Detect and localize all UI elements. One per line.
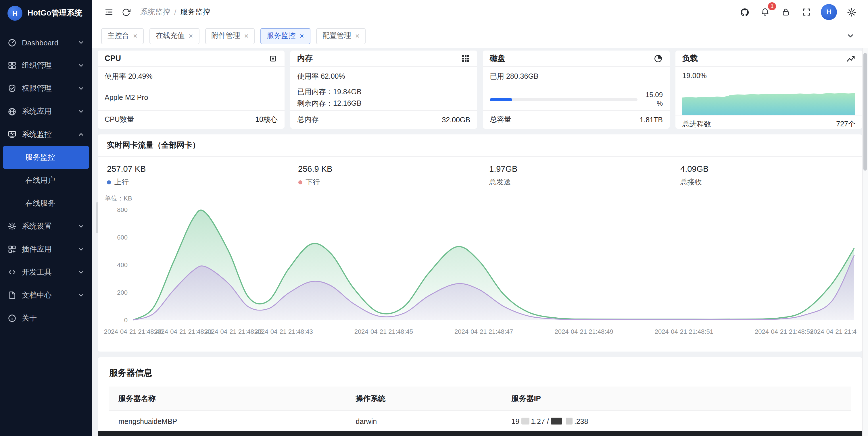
close-icon[interactable]: ×	[244, 32, 248, 40]
plugin-icon	[7, 245, 17, 254]
close-icon[interactable]: ×	[300, 32, 304, 40]
svg-text:2024-04-21 21:48:43: 2024-04-21 21:48:43	[254, 328, 313, 335]
scrollbar-thumb[interactable]	[863, 53, 867, 171]
load-card: 负载 19.00% 总进程数 727个	[676, 51, 862, 129]
download-legend-dot	[298, 180, 302, 185]
org-grid-icon	[7, 61, 17, 70]
disk-used: 已用 280.36GB	[490, 72, 663, 81]
sidebar-item-dev-tools[interactable]: 开发工具	[0, 261, 92, 284]
logo-icon: H	[7, 6, 23, 21]
disk-card: 磁盘 已用 280.36GB 15.09 % 总容量	[483, 51, 670, 129]
info-icon	[7, 314, 17, 323]
breadcrumb-separator: /	[174, 8, 176, 16]
server-info-title: 服务器信息	[109, 368, 851, 378]
github-icon[interactable]	[736, 3, 753, 21]
memory-card-title: 内存	[297, 53, 313, 64]
sidebar-item-plugins[interactable]: 插件应用	[0, 238, 92, 261]
upload-legend-dot	[107, 180, 111, 185]
svg-text:200: 200	[117, 289, 128, 296]
disk-progress-fill	[490, 98, 512, 101]
tab-bar: 主控台 × 在线充值 × 附件管理 × 服务监控 × 配置管理 ×	[92, 24, 868, 48]
tab-options-button[interactable]	[842, 27, 859, 44]
tab-online-recharge[interactable]: 在线充值 ×	[150, 28, 199, 44]
breadcrumb-item-current: 服务监控	[180, 7, 210, 17]
app-title: HotGo管理系统	[28, 8, 83, 19]
pie-chart-icon	[654, 54, 663, 63]
chevron-down-icon	[78, 85, 85, 92]
notifications-button[interactable]: 1	[756, 3, 774, 21]
tab-service-monitor[interactable]: 服务监控 ×	[261, 28, 310, 44]
chevron-down-icon	[78, 62, 85, 69]
server-table: 服务器名称 操作系统 服务器IP mengshuaideMBP darwin 1…	[109, 387, 851, 433]
bell-icon	[761, 7, 770, 16]
sidebar-item-system-app[interactable]: 系统应用	[0, 100, 92, 123]
memory-total-value: 32.00GB	[442, 116, 470, 124]
close-icon[interactable]: ×	[189, 32, 193, 40]
sidebar-item-dashboard[interactable]: Dashboard	[0, 31, 92, 54]
trend-line-icon	[846, 54, 855, 63]
app-window: H HotGo管理系统 Dashboard 组织管理	[0, 0, 868, 436]
svg-text:0: 0	[124, 316, 128, 324]
dashboard-icon	[7, 38, 17, 47]
chevron-up-icon	[78, 131, 85, 138]
disk-card-title: 磁盘	[490, 53, 505, 64]
disk-total-label: 总容量	[490, 115, 511, 125]
disk-percent: 15.09 %	[642, 91, 663, 108]
fullscreen-icon	[802, 7, 811, 16]
cpu-count-value: 10核心	[255, 115, 278, 125]
chart-unit-label: 单位：KB	[98, 187, 862, 203]
app-logo[interactable]: H HotGo管理系统	[0, 0, 92, 26]
lock-icon	[781, 7, 790, 16]
sidebar-menu: Dashboard 组织管理 权限管理	[0, 26, 92, 330]
content-scrollbar-thumb[interactable]	[96, 202, 98, 233]
traffic-chart: 02004006008002024-04-21 21:48:402024-04-…	[102, 204, 858, 347]
breadcrumb: 系统监控 / 服务监控	[140, 7, 210, 17]
memory-usage: 使用率 62.00%	[297, 72, 470, 81]
cpu-icon	[269, 54, 278, 63]
notification-badge: 1	[768, 2, 776, 10]
column-server-name: 服务器名称	[109, 387, 347, 410]
fullscreen-button[interactable]	[798, 3, 815, 21]
sidebar-subitem-online-services[interactable]: 在线服务	[3, 192, 89, 215]
cpu-model: Apple M2 Pro	[104, 94, 278, 102]
tab-console[interactable]: 主控台 ×	[101, 28, 144, 44]
tab-attachments[interactable]: 附件管理 ×	[205, 28, 255, 44]
document-icon	[7, 291, 17, 300]
tab-config[interactable]: 配置管理 ×	[316, 28, 366, 44]
network-traffic-card: 实时网卡流量（全部网卡） 257.07 KB 上行 256.9 KB 下行 1.…	[98, 134, 862, 351]
cpu-usage: 使用率 20.49%	[104, 72, 278, 81]
sidebar-item-system-monitor[interactable]: 系统监控	[0, 123, 92, 146]
close-icon[interactable]: ×	[355, 32, 360, 40]
chevron-down-icon	[78, 39, 85, 46]
lock-screen-button[interactable]	[777, 3, 795, 21]
chevron-down-icon	[78, 269, 85, 276]
svg-text:2024-04-21 21:48:51: 2024-04-21 21:48:51	[655, 328, 713, 335]
sidebar-item-org[interactable]: 组织管理	[0, 54, 92, 77]
close-icon[interactable]: ×	[133, 32, 137, 40]
settings-button[interactable]	[843, 3, 860, 21]
sidebar-subitem-service-monitor[interactable]: 服务监控	[3, 146, 89, 169]
sidebar-item-docs[interactable]: 文档中心	[0, 284, 92, 307]
chevron-down-icon	[78, 108, 85, 115]
breadcrumb-item[interactable]: 系统监控	[140, 7, 170, 17]
main-content: CPU 使用率 20.49% Apple M2 Pro CPU数量 10核心	[92, 48, 868, 436]
collapse-sidebar-button[interactable]	[100, 3, 117, 21]
avatar[interactable]: H	[821, 4, 837, 20]
chevron-down-icon	[78, 292, 85, 299]
disk-total-value: 1.81TB	[640, 116, 663, 124]
sidebar-item-system-settings[interactable]: 系统设置	[0, 215, 92, 238]
column-server-ip: 服务器IP	[502, 387, 851, 410]
refresh-icon[interactable]	[117, 3, 134, 21]
shield-icon	[7, 84, 17, 93]
sidebar-subitem-online-users[interactable]: 在线用户	[3, 169, 89, 192]
sidebar-item-permission[interactable]: 权限管理	[0, 77, 92, 100]
bottom-strip	[98, 431, 868, 436]
monitor-icon	[7, 130, 17, 139]
sidebar-item-about[interactable]: 关于	[0, 307, 92, 330]
disk-progress-track	[490, 98, 638, 101]
cpu-card: CPU 使用率 20.49% Apple M2 Pro CPU数量 10核心	[98, 51, 284, 129]
svg-text:2024-04-21 21:48:45: 2024-04-21 21:48:45	[354, 328, 413, 335]
svg-text:800: 800	[117, 206, 128, 213]
traffic-stat-upload: 257.07 KB 上行	[98, 164, 289, 187]
svg-text:2024-04-21 21:48:49: 2024-04-21 21:48:49	[554, 328, 613, 335]
